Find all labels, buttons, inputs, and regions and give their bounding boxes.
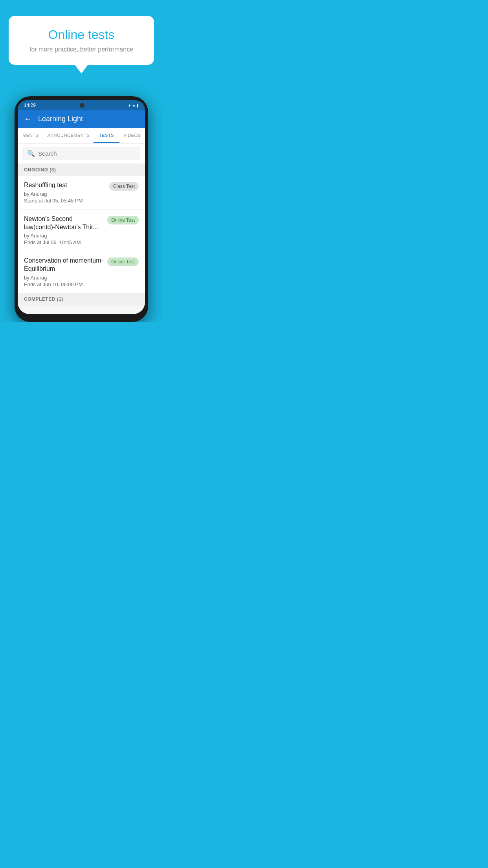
search-container[interactable]: 🔍 (22, 147, 140, 160)
tab-videos[interactable]: VIDEOS (119, 128, 145, 143)
phone-screen: ← Learning Light MENTS ANNOUNCEMENTS TES… (18, 110, 145, 314)
test-list: Reshuffling test by Anurag Starts at Jul… (18, 176, 145, 293)
test-title: Newton's Second law(contd)-Newton's Thir… (24, 215, 104, 232)
test-date: Ends at Jul 06, 10:45 AM (24, 239, 104, 245)
search-icon: 🔍 (27, 150, 35, 157)
phone-wrapper: 14:29 ▾ ◂ ▮ ← Learning Light MENTS (8, 73, 155, 322)
tabs-bar: MENTS ANNOUNCEMENTS TESTS VIDEOS (18, 128, 145, 143)
test-item[interactable]: Conservation of momentum-Equilibrium by … (18, 251, 145, 293)
background-area: Online tests for more practice, better p… (0, 0, 163, 322)
tab-announcements[interactable]: ANNOUNCEMENTS (43, 128, 94, 143)
completed-section-header: COMPLETED (1) (18, 293, 145, 305)
wifi-icon: ▾ (128, 103, 131, 108)
test-badge-class: Class Test (109, 182, 139, 191)
test-date: Starts at Jul 05, 05:45 PM (24, 198, 106, 204)
ongoing-section-header: ONGOING (3) (18, 164, 145, 176)
search-input[interactable] (38, 150, 136, 157)
phone-device: 14:29 ▾ ◂ ▮ ← Learning Light MENTS (15, 96, 148, 322)
test-title: Conservation of momentum-Equilibrium (24, 257, 104, 273)
battery-icon: ▮ (136, 103, 139, 108)
speech-bubble: Online tests for more practice, better p… (9, 16, 154, 65)
status-icons: ▾ ◂ ▮ (128, 103, 139, 108)
test-info: Conservation of momentum-Equilibrium by … (24, 257, 104, 287)
test-item[interactable]: Reshuffling test by Anurag Starts at Jul… (18, 176, 145, 210)
camera-notch (80, 103, 84, 108)
test-badge-online: Online Test (107, 257, 139, 266)
bubble-title: Online tests (24, 28, 138, 42)
test-author: by Anurag (24, 191, 106, 197)
app-bar: ← Learning Light (18, 110, 145, 128)
search-bar: 🔍 (18, 143, 145, 164)
tab-ments[interactable]: MENTS (18, 128, 43, 143)
test-title: Reshuffling test (24, 181, 106, 189)
test-date: Ends at Jun 10, 06:00 PM (24, 281, 104, 287)
test-item[interactable]: Newton's Second law(contd)-Newton's Thir… (18, 210, 145, 252)
test-info: Newton's Second law(contd)-Newton's Thir… (24, 215, 104, 246)
bubble-subtitle: for more practice, better performance (24, 46, 138, 53)
test-author: by Anurag (24, 233, 104, 239)
status-time: 14:29 (24, 103, 36, 108)
signal-icon: ◂ (132, 103, 135, 108)
app-bar-title: Learning Light (38, 115, 83, 123)
back-button[interactable]: ← (24, 114, 32, 123)
status-bar: 14:29 ▾ ◂ ▮ (18, 100, 145, 110)
test-badge-online: Online Test (107, 216, 139, 224)
test-author: by Anurag (24, 275, 104, 281)
tab-tests[interactable]: TESTS (94, 128, 119, 143)
test-info: Reshuffling test by Anurag Starts at Jul… (24, 181, 106, 204)
